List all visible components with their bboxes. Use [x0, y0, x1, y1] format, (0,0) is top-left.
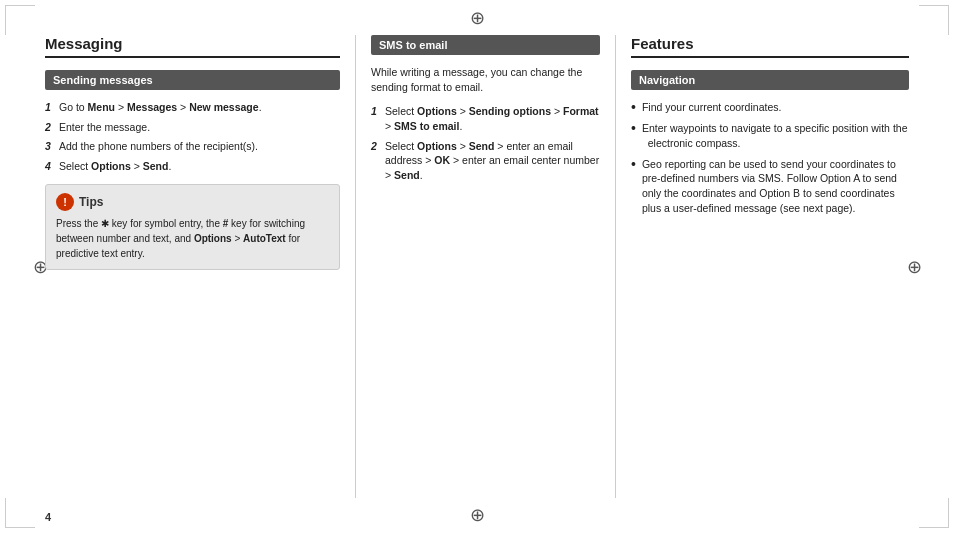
crosshair-top	[467, 8, 487, 28]
sms-intro: While writing a message, you can change …	[371, 65, 600, 94]
sms-step-2-num: 2	[371, 139, 381, 183]
corner-mark-bl	[5, 498, 35, 528]
tips-icon: !	[56, 193, 74, 211]
sms-to-email-header: SMS to email	[371, 35, 600, 55]
sms-steps-list: 1 Select Options > Sending options > For…	[371, 104, 600, 182]
sending-steps-list: 1 Go to Menu > Messages > New message. 2…	[45, 100, 340, 174]
nav-bullet-3: Geo reporting can be used to send your c…	[631, 157, 909, 216]
features-column: Features Navigation Find your current co…	[615, 35, 909, 498]
sms-step-1-num: 1	[371, 104, 381, 133]
step-1-text: Go to Menu > Messages > New message.	[59, 100, 262, 115]
corner-mark-tr	[919, 5, 949, 35]
messaging-title: Messaging	[45, 35, 340, 58]
navigation-header: Navigation	[631, 70, 909, 90]
content-area: Messaging Sending messages 1 Go to Menu …	[45, 35, 909, 498]
sms-step-1-text: Select Options > Sending options > Forma…	[385, 104, 600, 133]
step-3-text: Add the phone numbers of the recipient(s…	[59, 139, 258, 154]
step-2-num: 2	[45, 120, 55, 135]
nav-bullet-1: Find your current coordinates.	[631, 100, 909, 115]
corner-mark-br	[919, 498, 949, 528]
tips-content: Press the ✱ key for symbol entry, the # …	[56, 216, 329, 261]
step-3: 3 Add the phone numbers of the recipient…	[45, 139, 340, 154]
corner-mark-tl	[5, 5, 35, 35]
tips-box: ! Tips Press the ✱ key for symbol entry,…	[45, 184, 340, 270]
sms-step-2-text: Select Options > Send > enter an email a…	[385, 139, 600, 183]
step-2: 2 Enter the message.	[45, 120, 340, 135]
tips-label: Tips	[79, 193, 103, 211]
tips-header: ! Tips	[56, 193, 329, 211]
messaging-column: Messaging Sending messages 1 Go to Menu …	[45, 35, 355, 498]
step-3-num: 3	[45, 139, 55, 154]
sms-to-email-column: SMS to email While writing a message, yo…	[355, 35, 615, 498]
nav-bullet-3-text: Geo reporting can be used to send your c…	[642, 157, 909, 216]
step-2-text: Enter the message.	[59, 120, 150, 135]
navigation-bullet-list: Find your current coordinates. Enter way…	[631, 100, 909, 216]
step-4-text: Select Options > Send.	[59, 159, 171, 174]
nav-bullet-1-text: Find your current coordinates.	[642, 100, 781, 115]
sending-messages-header: Sending messages	[45, 70, 340, 90]
page-number: 4	[45, 511, 51, 523]
sms-step-1: 1 Select Options > Sending options > For…	[371, 104, 600, 133]
step-1-num: 1	[45, 100, 55, 115]
sms-step-2: 2 Select Options > Send > enter an email…	[371, 139, 600, 183]
features-title: Features	[631, 35, 909, 58]
step-4: 4 Select Options > Send.	[45, 159, 340, 174]
nav-bullet-2: Enter waypoints to navigate to a specifi…	[631, 121, 909, 150]
step-4-num: 4	[45, 159, 55, 174]
crosshair-bottom	[467, 505, 487, 525]
nav-bullet-2-text: Enter waypoints to navigate to a specifi…	[642, 121, 909, 150]
step-1: 1 Go to Menu > Messages > New message.	[45, 100, 340, 115]
